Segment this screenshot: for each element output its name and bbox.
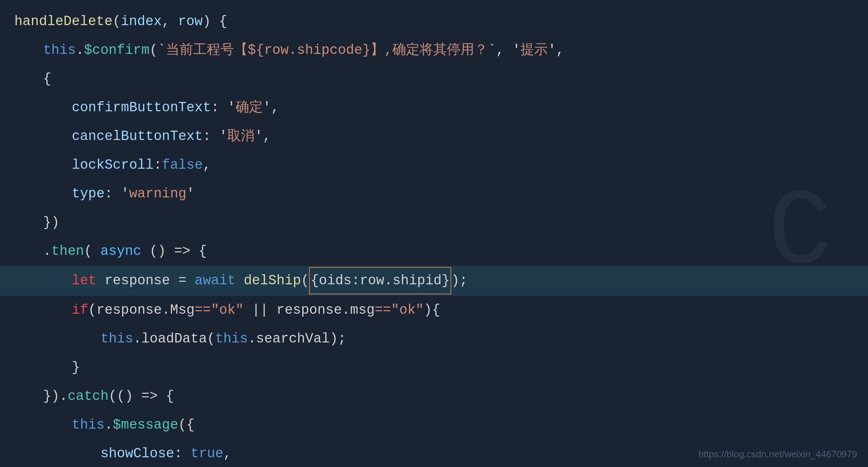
code-token: this — [101, 326, 133, 352]
code-token: 取消 — [227, 123, 255, 149]
code-token: : ' — [104, 181, 129, 207]
code-token: { — [43, 66, 51, 92]
code-token: }). — [43, 383, 67, 409]
code-token: type — [72, 181, 104, 207]
code-line-9: .then( async () => { — [0, 237, 868, 266]
code-token: ( — [113, 9, 121, 34]
code-token: : ' — [203, 123, 227, 149]
code-token: {oids:row.shipid} — [309, 267, 451, 294]
code-line-8: }) — [0, 208, 868, 237]
code-token: $message — [113, 412, 178, 438]
code-token: 确定 — [235, 95, 263, 121]
code-token: . — [43, 238, 51, 264]
code-token: }) — [43, 210, 60, 235]
code-line-3: { — [0, 65, 868, 93]
code-token: let — [72, 268, 96, 294]
code-line-5: cancelButtonText: '取消', — [0, 122, 868, 151]
code-token: .searchVal); — [248, 326, 346, 352]
code-token: ){ — [424, 297, 440, 323]
code-token: , — [162, 9, 178, 34]
code-token: cancelButtonText — [72, 123, 203, 149]
code-token — [235, 268, 244, 294]
code-token: showClose — [101, 441, 174, 467]
code-token: this — [215, 326, 248, 352]
code-token: ( — [301, 268, 309, 294]
code-token: this — [72, 412, 104, 438]
code-token: lockScroll — [72, 152, 154, 178]
code-token: : ' — [211, 95, 235, 121]
code-token: .loadData( — [133, 326, 215, 352]
code-token: , — [223, 441, 232, 467]
code-token: (` — [149, 37, 166, 63]
code-token: ', — [548, 37, 564, 63]
code-token: () => { — [141, 238, 207, 264]
code-line-13: } — [0, 353, 868, 382]
code-token: (() => { — [108, 383, 174, 409]
code-token: confirmButtonText — [72, 95, 211, 121]
code-token: if — [72, 297, 88, 323]
watermark-text: https://blog.csdn.net/weixin_44670979 — [699, 449, 857, 460]
code-container: C handleDelete(index, row) { this.$confi… — [0, 0, 868, 467]
code-token: ( — [84, 238, 101, 264]
code-line-2: this.$confirm(`当前工程号【${row.shipcode}】,确定… — [0, 36, 868, 65]
code-token: ); — [451, 268, 468, 294]
code-token: ({ — [178, 412, 195, 438]
code-line-7: type: 'warning' — [0, 179, 868, 208]
code-token: =="ok" — [195, 297, 244, 323]
code-line-4: confirmButtonText: '确定', — [0, 93, 868, 122]
code-token: =="ok" — [375, 297, 424, 323]
code-token: ', — [255, 123, 271, 149]
code-token: ', — [263, 95, 279, 121]
code-token: $confirm — [84, 37, 149, 63]
code-token: } — [72, 355, 80, 380]
code-line-10: let response = await delShip({oids:row.s… — [0, 266, 868, 296]
code-line-14: }).catch(() => { — [0, 382, 868, 411]
code-token: response = — [96, 268, 195, 294]
code-token: : — [154, 152, 162, 178]
code-token: await — [195, 268, 235, 294]
code-token: false — [162, 152, 203, 178]
code-token: , — [203, 152, 211, 178]
code-line-12: this.loadData(this.searchVal); — [0, 324, 868, 353]
code-token: 当前工程号【${row.shipcode}】,确定将其停用？ — [166, 37, 488, 63]
code-token: handleDelete — [14, 9, 113, 34]
code-token: index — [121, 9, 162, 34]
code-token: delShip — [244, 268, 301, 294]
code-line-11: if(response.Msg=="ok" || response.msg=="… — [0, 296, 868, 324]
code-token: true — [191, 441, 223, 467]
code-token: || response.msg — [244, 297, 375, 323]
code-token: (response.Msg — [88, 297, 195, 323]
code-token: . — [76, 37, 84, 63]
code-token: this — [43, 37, 76, 63]
code-line-6: lockScroll:false, — [0, 151, 868, 179]
code-token: : — [174, 441, 191, 467]
code-line-15: this.$message({ — [0, 411, 868, 439]
code-token: ' — [186, 181, 195, 207]
code-token: async — [101, 238, 141, 264]
code-token: then — [51, 238, 84, 264]
code-token: `, ' — [488, 37, 521, 63]
code-token: catch — [67, 383, 108, 409]
code-token: . — [104, 412, 113, 438]
code-token: warning — [129, 181, 187, 207]
code-token: row — [178, 9, 202, 34]
code-token: ) { — [203, 9, 227, 34]
code-token: 提示 — [521, 37, 548, 63]
code-line-1: handleDelete(index, row) { — [0, 7, 868, 36]
